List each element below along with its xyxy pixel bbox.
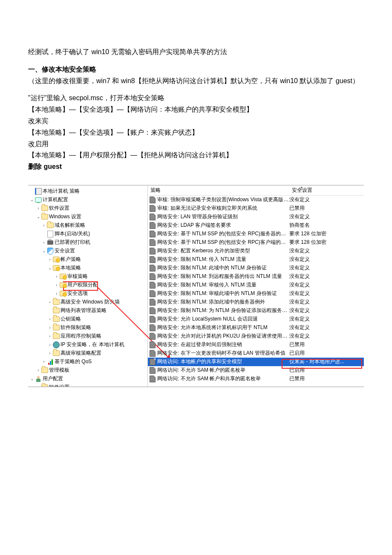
policy-setting: 没有定义 (289, 196, 364, 203)
chevron-right-icon[interactable]: › (35, 368, 41, 373)
tree-item[interactable]: ⌄安全设置 (29, 247, 147, 255)
policy-row[interactable]: 网络安全: 在下一次更改密码时不存储 LAN 管理器哈希值已启用 (148, 349, 364, 358)
policy-row[interactable]: 网络安全: LAN 管理器身份验证级别没有定义 (148, 213, 364, 221)
policy-list-pane[interactable]: ▴ 策略 安全设置 审核: 强制审核策略子类别设置(Windows Vista … (148, 185, 364, 387)
folder-icon (53, 350, 60, 357)
tree-item[interactable]: ⌄用户配置 (29, 375, 147, 383)
chevron-right-icon[interactable]: › (47, 317, 53, 321)
policy-name: 网络安全: 限制 NTLM: 为 NTLM 身份验证添加远程服务器... (157, 307, 289, 314)
tree-item[interactable]: 本地计算机 策略 (29, 187, 147, 196)
tree-item[interactable]: ⌄Windows 设置 (29, 213, 147, 221)
tree-item[interactable]: ›已部署的打印机 (29, 238, 147, 247)
chevron-right-icon[interactable]: › (54, 283, 60, 287)
chevron-right-icon[interactable]: › (47, 334, 53, 338)
policy-row[interactable]: 网络安全: 限制 NTLM: 审核传入 NTLM 流量没有定义 (148, 281, 364, 289)
chevron-right-icon[interactable]: › (41, 223, 47, 228)
policy-doc-icon (150, 274, 156, 280)
policy-setting: 已禁用 (289, 205, 364, 212)
tree-item[interactable]: ›高级审核策略配置 (29, 349, 147, 358)
policy-row[interactable]: 网络访问: 不允许 SAM 帐户的匿名枚举已启用 (148, 366, 364, 375)
chevron-right-icon[interactable]: › (47, 325, 53, 330)
tree-item[interactable]: ›帐户策略 (29, 255, 147, 264)
tree-item[interactable]: ⌄本地策略 (29, 264, 147, 272)
list-header[interactable]: 策略 安全设置 (148, 185, 364, 196)
tree-item[interactable]: ⌄计算机配置 (29, 196, 147, 204)
policy-row[interactable]: 网络安全: 基于 NTLM SSP 的(包括安全 RPC)客户端的最小...要求… (148, 238, 364, 247)
policy-row[interactable]: 网络安全: 基于 NTLM SSP 的(包括安全 RPC)服务器的最小...要求… (148, 230, 364, 238)
doc-line: 删除 guest (28, 162, 364, 172)
tree-item-label: 网络列表管理器策略 (61, 307, 107, 314)
policy-name: 网络安全: LDAP 客户端签名要求 (157, 222, 289, 229)
policy-setting: 没有定义 (289, 256, 364, 263)
chevron-down-icon[interactable]: ⌄ (41, 249, 47, 253)
policy-row[interactable]: 网络安全: 限制 NTLM: 传入 NTLM 流量没有定义 (148, 255, 364, 264)
tree-item-label: 本地策略 (61, 264, 81, 272)
policy-row[interactable]: 网络安全: 限制 NTLM: 审核此域中的 NTLM 身份验证没有定义 (148, 289, 364, 298)
policy-setting: 没有定义 (289, 213, 364, 220)
chevron-right-icon[interactable]: › (47, 342, 53, 347)
chevron-right-icon[interactable]: › (54, 274, 60, 279)
chevron-down-icon[interactable]: ⌄ (47, 266, 53, 270)
fold-lock-icon (60, 282, 66, 289)
policy-row[interactable]: 网络安全: 允许本地系统将计算机标识用于 NTLM没有定义 (148, 324, 364, 332)
policy-row[interactable]: 网络访问: 本地帐户的共享和安全模型仅来宾 - 对本地用户进... (148, 358, 364, 366)
folder-icon (41, 205, 48, 212)
chevron-right-icon[interactable]: › (47, 351, 53, 356)
policy-name: 网络安全: 在下一次更改密码时不存储 LAN 管理器哈希值 (157, 350, 289, 357)
chevron-right-icon[interactable]: › (41, 240, 47, 245)
policy-row[interactable]: 网络安全: 在超过登录时间后强制注销已禁用 (148, 341, 364, 349)
policy-row[interactable]: 网络安全: 限制 NTLM: 为 NTLM 身份验证添加远程服务器...没有定义 (148, 306, 364, 315)
tree-item[interactable]: ›高级安全 Windows 防火墙 (29, 298, 147, 306)
tree-item-label: 脚本(启动/关机) (55, 230, 90, 237)
tree-item[interactable]: ›审核策略 (29, 272, 147, 281)
tree-item[interactable]: ›应用程序控制策略 (29, 332, 147, 341)
tree-item[interactable]: ›基于策略的 QoS (29, 358, 147, 366)
policy-doc-icon (150, 291, 156, 297)
doc-line: 【本地策略】—【安全选项】—【网络访问：本地账户的共享和安全模型】 (28, 104, 364, 115)
tree-pane[interactable]: 本地计算机 策略⌄计算机配置›软件设置⌄Windows 设置›域名解析策略脚本(… (28, 185, 148, 387)
policy-row[interactable]: 网络安全: 限制 NTLM: 添加此域中的服务器例外没有定义 (148, 298, 364, 306)
tree-item[interactable]: ›域名解析策略 (29, 221, 147, 230)
policy-row[interactable]: 网络访问: 不允许 SAM 帐户和共享的匿名枚举已禁用 (148, 375, 364, 383)
chevron-right-icon[interactable]: › (41, 359, 47, 364)
chevron-down-icon[interactable]: ⌄ (29, 376, 35, 381)
column-header-policy[interactable]: 策略 (148, 185, 289, 195)
policy-name: 网络安全: 限制 NTLM: 此域中的 NTLM 身份验证 (157, 264, 289, 272)
policy-row[interactable]: 网络安全: 允许 LocalSystem NULL 会话回退没有定义 (148, 315, 364, 324)
policy-row[interactable]: 审核: 如果无法记录安全审核则立即关闭系统已禁用 (148, 204, 364, 213)
policy-row[interactable]: 网络安全: 限制 NTLM: 此域中的 NTLM 身份验证没有定义 (148, 264, 364, 272)
policy-row[interactable]: 审核: 强制审核策略子类别设置(Windows Vista 或更高版本...没有… (148, 196, 364, 204)
fold-lock-icon (53, 256, 60, 263)
chevron-right-icon[interactable]: › (35, 206, 41, 211)
tree-item[interactable]: ›软件设置 (29, 204, 147, 213)
tree-item[interactable]: ›用户权限分配 (29, 281, 147, 289)
policy-name: 网络安全: 允许 LocalSystem NULL 会话回退 (157, 315, 289, 323)
policy-row[interactable]: 网络安全: LDAP 客户端签名要求协商签名 (148, 221, 364, 230)
policy-setting: 没有定义 (289, 324, 364, 331)
policy-name: 网络安全: 允许本地系统将计算机标识用于 NTLM (157, 324, 289, 331)
chevron-down-icon[interactable]: ⌄ (29, 197, 35, 202)
computer-icon (35, 197, 42, 203)
tree-item-label: 已部署的打印机 (55, 239, 90, 246)
chevron-right-icon[interactable]: › (47, 257, 53, 262)
tree-item[interactable]: ›安全选项 (29, 289, 147, 298)
policy-doc-icon (150, 265, 156, 271)
policy-row[interactable]: 网络安全: 限制 NTLM: 到远程服务器的传出 NTLM 流量没有定义 (148, 272, 364, 281)
policy-row[interactable]: 网络安全: 配置 Kerberos 允许的加密类型没有定义 (148, 247, 364, 255)
tree-item-label: IP 安全策略，在 本地计算机 (61, 341, 124, 348)
tree-item[interactable]: ›管理模板 (29, 366, 147, 375)
chevron-down-icon[interactable]: ⌄ (35, 214, 41, 219)
tree-item[interactable]: ›公钥策略 (29, 315, 147, 324)
policy-row[interactable]: 网络安全: 允许对此计算机的 PKU2U 身份验证请求使用联...没有定义 (148, 332, 364, 341)
policy-doc-icon (150, 240, 156, 246)
tree-item[interactable]: ›软件限制策略 (29, 324, 147, 332)
tree-item-label: 审核策略 (67, 273, 88, 280)
chevron-right-icon[interactable]: › (35, 385, 41, 387)
tree-item[interactable]: ›软件设置 (29, 383, 147, 387)
tree-item[interactable]: ›IP 安全策略，在 本地计算机 (29, 341, 147, 349)
tree-item[interactable]: 网络列表管理器策略 (29, 306, 147, 315)
policy-name: 网络安全: 限制 NTLM: 审核传入 NTLM 流量 (157, 281, 289, 289)
chevron-right-icon[interactable]: › (54, 291, 60, 296)
tree-item[interactable]: 脚本(启动/关机) (29, 230, 147, 238)
chevron-right-icon[interactable]: › (47, 300, 53, 304)
